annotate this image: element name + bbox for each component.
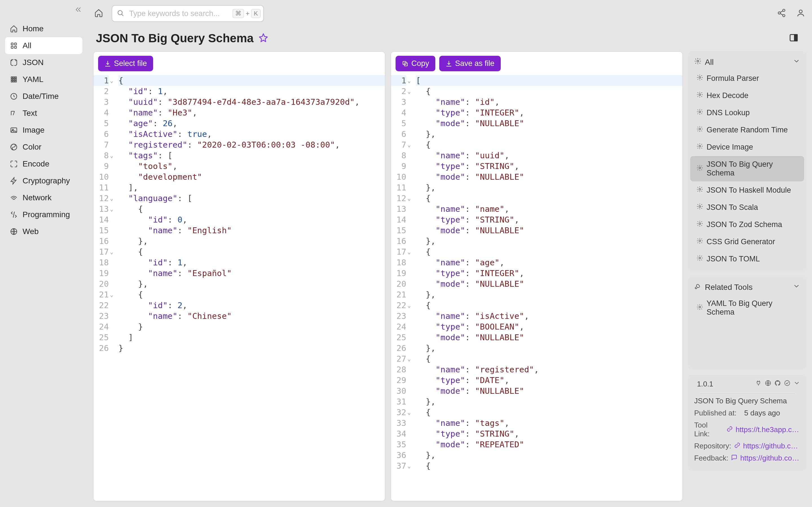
output-code[interactable]: 1234567891011121314151617181920212223242…: [391, 75, 682, 501]
tool-label: Hex Decode: [707, 91, 749, 100]
sidebar-item-network[interactable]: Network: [5, 189, 82, 206]
sidebar-item-image[interactable]: Image: [5, 122, 82, 138]
repo-link[interactable]: https://github.com…: [743, 442, 801, 450]
chevron-down-icon: [793, 283, 800, 292]
sidebar-item-datetime[interactable]: Date/Time: [5, 88, 82, 105]
tool-item[interactable]: Device Image: [690, 139, 804, 156]
tool-item[interactable]: CSS Grid Generator: [690, 233, 804, 250]
svg-point-30: [699, 111, 701, 113]
image-icon: [10, 126, 18, 134]
svg-rect-12: [15, 81, 17, 82]
sidebar-item-home[interactable]: Home: [5, 20, 82, 37]
tool-icon: [696, 203, 703, 212]
tool-icon: [696, 143, 703, 152]
svg-rect-6: [15, 77, 17, 78]
copy-button[interactable]: Copy: [396, 56, 435, 71]
sidebar-item-label: Programming: [22, 210, 70, 219]
sidebar-item-json[interactable]: JSON: [5, 54, 82, 71]
svg-point-35: [699, 206, 701, 207]
tool-item[interactable]: JSON To Scala: [690, 199, 804, 216]
input-code[interactable]: 1234567891011121314151617181920212223242…: [94, 75, 385, 501]
panel-toggle-button[interactable]: [789, 33, 799, 44]
sidebar-item-label: JSON: [22, 58, 44, 67]
tool-item[interactable]: JSON To Zod Schema: [690, 216, 804, 233]
tool-item[interactable]: JSON To Haskell Module: [690, 182, 804, 199]
tool-label: JSON To Scala: [707, 203, 758, 212]
search-kbd-hint: ⌘ + K: [233, 9, 260, 18]
sidebar-item-color[interactable]: Color: [5, 138, 82, 156]
right-panel: All Formula ParserHex DecodeDNS LookupGe…: [688, 51, 806, 501]
tool-item[interactable]: Formula Parser: [690, 70, 804, 87]
related-tools-dropdown[interactable]: Related Tools: [688, 280, 806, 295]
programming-icon: [10, 210, 18, 219]
share-icon[interactable]: [777, 8, 786, 18]
search-icon: [117, 9, 124, 18]
main-area: ⌘ + K JSON To Big Query Schema Select fi…: [87, 0, 812, 507]
svg-rect-1: [14, 43, 16, 45]
sidebar-item-encode[interactable]: Encode: [5, 156, 82, 172]
save-as-file-button[interactable]: Save as file: [439, 56, 501, 71]
feedback-link[interactable]: https://github.com/…: [740, 454, 800, 462]
tools-list-card: All Formula ParserHex DecodeDNS LookupGe…: [688, 51, 806, 271]
sidebar-item-label: All: [22, 41, 31, 50]
sidebar-item-label: Image: [22, 126, 45, 135]
chevron-down-icon[interactable]: [794, 380, 800, 388]
svg-point-29: [699, 94, 701, 96]
comment-icon: [731, 454, 737, 462]
favorite-button[interactable]: [259, 33, 268, 44]
related-tool-item[interactable]: YAML To Big Query Schema: [690, 295, 804, 321]
tool-label: JSON To Haskell Module: [707, 186, 791, 194]
check-circle-icon[interactable]: [784, 380, 791, 388]
output-editor-actions: Copy Save as file: [391, 52, 682, 75]
sidebar-item-cryptography[interactable]: Cryptography: [5, 172, 82, 189]
version-text: 1.0.1: [697, 380, 713, 388]
plug-icon[interactable]: [755, 380, 762, 388]
color-icon: [10, 143, 18, 151]
search-wrap: ⌘ + K: [112, 5, 264, 22]
all-icon: [10, 41, 18, 50]
tool-label: JSON To Big Query Schema: [707, 160, 798, 177]
svg-point-19: [783, 9, 785, 11]
tool-item[interactable]: Generate Random Time: [690, 122, 804, 138]
svg-point-37: [699, 240, 701, 242]
tool-label: DNS Lookup: [707, 108, 750, 117]
link-icon: [734, 442, 741, 450]
tool-item[interactable]: JSON To TOML: [690, 251, 804, 267]
sidebar-item-programming[interactable]: Programming: [5, 206, 82, 223]
user-icon[interactable]: [796, 8, 805, 18]
sidebar-item-label: Network: [22, 193, 52, 202]
home-button[interactable]: [94, 8, 103, 18]
tools-filter-dropdown[interactable]: All: [688, 55, 806, 69]
github-icon[interactable]: [774, 380, 781, 388]
input-editor: Select file 1234567891011121314151617181…: [93, 51, 386, 501]
sidebar: HomeAllJSONYAMLDate/TimeTextImageColorEn…: [0, 0, 87, 507]
tool-info-card: 1.0.1 JSON To Big Query Schema Published…: [688, 375, 806, 471]
tool-icon: [696, 126, 703, 134]
svg-rect-11: [13, 81, 15, 82]
svg-point-36: [699, 223, 701, 224]
text-icon: [10, 109, 18, 117]
sidebar-item-all[interactable]: All: [5, 37, 82, 54]
tool-item[interactable]: Hex Decode: [690, 87, 804, 104]
sidebar-item-label: Encode: [22, 159, 49, 168]
svg-rect-2: [11, 46, 13, 48]
topbar: ⌘ + K: [87, 0, 812, 27]
info-title: JSON To Big Query Schema: [694, 397, 787, 405]
tool-item[interactable]: JSON To Big Query Schema: [690, 156, 804, 181]
sidebar-item-label: Web: [22, 227, 39, 236]
sidebar-item-text[interactable]: Text: [5, 105, 82, 122]
select-file-button[interactable]: Select file: [98, 56, 153, 71]
sidebar-item-label: YAML: [22, 75, 43, 84]
globe-icon[interactable]: [765, 380, 771, 388]
sidebar-collapse-button[interactable]: [74, 6, 82, 15]
json-icon: [10, 58, 18, 67]
tool-icon: [696, 304, 703, 313]
link-icon: [726, 425, 733, 434]
sidebar-item-web[interactable]: Web: [5, 223, 82, 240]
tool-link[interactable]: https://t.he3app.co…: [735, 425, 800, 434]
input-editor-actions: Select file: [94, 52, 385, 75]
tool-item[interactable]: DNS Lookup: [690, 105, 804, 121]
sidebar-item-label: Cryptography: [22, 176, 70, 185]
sidebar-item-yaml[interactable]: YAML: [5, 71, 82, 88]
svg-point-32: [699, 145, 701, 147]
